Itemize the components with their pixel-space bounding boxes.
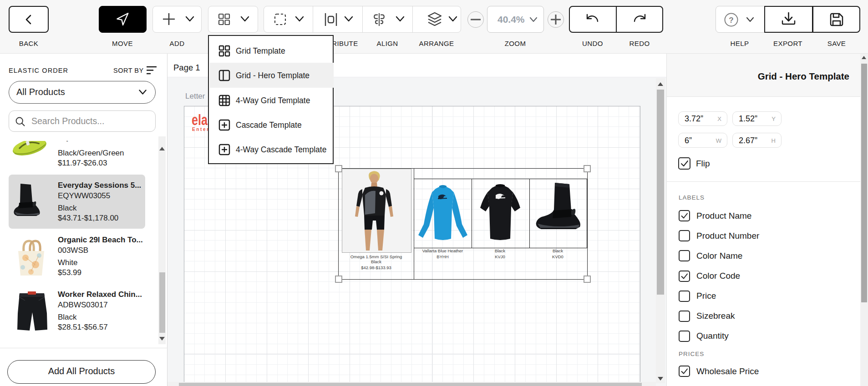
svg-text:?: ? (729, 16, 733, 25)
